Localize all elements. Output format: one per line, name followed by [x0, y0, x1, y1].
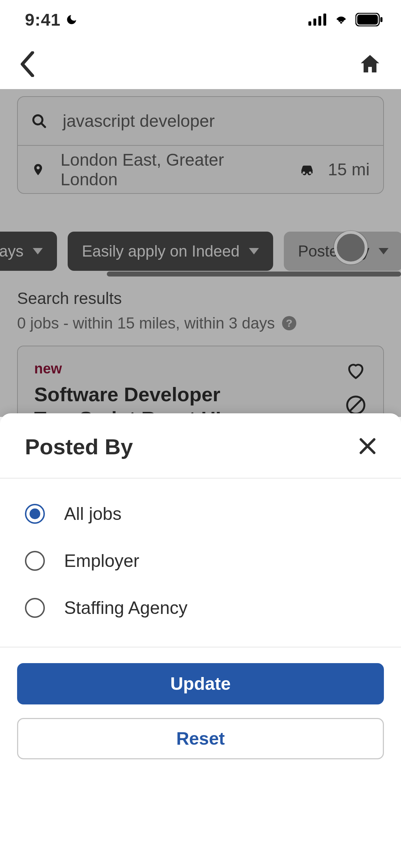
chevron-left-icon: [20, 51, 35, 77]
wifi-icon: [333, 14, 350, 26]
close-button[interactable]: [358, 436, 377, 458]
sheet-actions: Update Reset: [0, 647, 401, 781]
svg-rect-1: [313, 19, 316, 26]
option-label: Staffing Agency: [64, 598, 188, 618]
svg-rect-0: [308, 21, 311, 26]
radio-unselected-icon: [25, 598, 45, 618]
posted-by-sheet: Posted By All jobs Employer Staffing Age…: [0, 413, 401, 868]
sheet-header: Posted By: [0, 413, 401, 478]
option-all-jobs[interactable]: All jobs: [25, 503, 376, 524]
svg-rect-2: [318, 16, 321, 26]
battery-icon: [355, 13, 383, 26]
svg-rect-5: [357, 15, 378, 25]
options-list: All jobs Employer Staffing Agency: [0, 479, 401, 647]
option-staffing-agency[interactable]: Staffing Agency: [25, 598, 376, 618]
nav-bar: [0, 39, 401, 89]
status-time: 9:41: [25, 10, 61, 30]
back-button[interactable]: [20, 51, 35, 77]
cellular-signal-icon: [308, 14, 327, 26]
status-right: [308, 13, 383, 26]
update-button[interactable]: Update: [17, 663, 384, 704]
do-not-disturb-moon-icon: [66, 14, 78, 26]
option-label: Employer: [64, 551, 139, 571]
svg-rect-3: [323, 14, 326, 26]
button-label: Update: [170, 673, 230, 694]
radio-unselected-icon: [25, 551, 45, 571]
status-bar: 9:41: [0, 0, 401, 39]
radio-selected-icon: [25, 504, 45, 524]
option-employer[interactable]: Employer: [25, 551, 376, 571]
home-icon: [359, 53, 381, 75]
reset-button[interactable]: Reset: [17, 718, 384, 759]
backdrop-overlay[interactable]: [0, 89, 401, 417]
button-label: Reset: [176, 728, 225, 749]
sheet-title: Posted By: [25, 434, 133, 459]
search-page-dimmed: javascript developer London East, Greate…: [0, 89, 401, 417]
status-left: 9:41: [25, 10, 78, 30]
svg-rect-6: [380, 17, 382, 22]
option-label: All jobs: [64, 503, 121, 524]
close-icon: [358, 436, 377, 456]
home-button[interactable]: [359, 53, 381, 75]
